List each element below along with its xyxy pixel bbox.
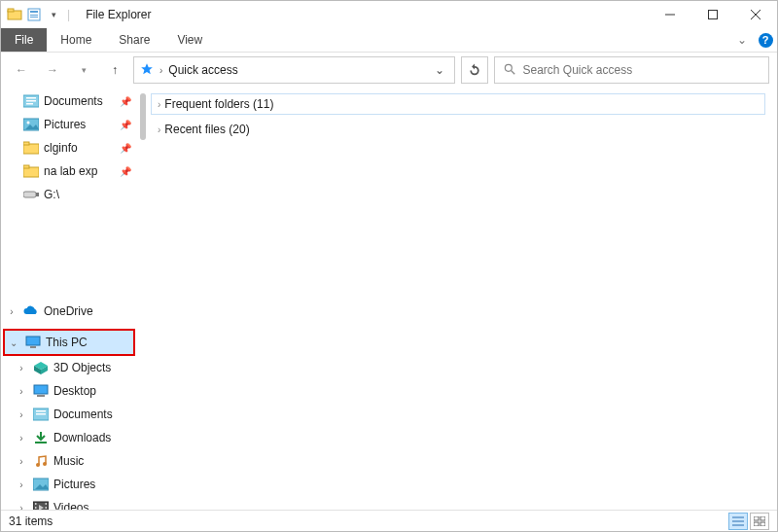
onedrive-icon bbox=[22, 303, 40, 319]
group-label: Recent files (20) bbox=[164, 123, 249, 136]
tab-view[interactable]: View bbox=[163, 28, 216, 52]
expand-icon[interactable]: › bbox=[15, 363, 28, 373]
videos-icon bbox=[32, 500, 50, 510]
ribbon-tabs: File Home Share View ⌄ ? bbox=[1, 28, 777, 53]
svg-rect-7 bbox=[709, 11, 718, 19]
body: Documents 📌 Pictures 📌 clginfo 📌 bbox=[1, 88, 777, 510]
up-button[interactable]: ↑ bbox=[102, 57, 127, 83]
ribbon-collapse-button[interactable]: ⌄ bbox=[730, 28, 754, 52]
tree-item-label: G:\ bbox=[44, 188, 59, 201]
address-bar[interactable]: › Quick access ⌄ bbox=[133, 56, 455, 84]
close-button[interactable] bbox=[734, 1, 777, 28]
usb-drive-icon bbox=[22, 187, 40, 202]
tree-item-clginfo[interactable]: clginfo 📌 bbox=[1, 136, 139, 160]
view-thumbnails-button[interactable] bbox=[750, 513, 769, 530]
tree-item-thispc[interactable]: ⌄ This PC bbox=[5, 331, 133, 354]
help-button[interactable]: ? bbox=[754, 28, 777, 52]
collapse-icon[interactable]: ⌄ bbox=[7, 337, 20, 348]
expand-icon[interactable]: › bbox=[15, 386, 28, 397]
status-bar: 31 items bbox=[1, 510, 777, 531]
downloads-icon bbox=[32, 430, 50, 445]
quick-access-icon bbox=[140, 62, 154, 79]
tree-item-nalabexp[interactable]: na lab exp 📌 bbox=[1, 160, 139, 183]
tree-item-label: na lab exp bbox=[44, 164, 97, 178]
svg-rect-53 bbox=[760, 516, 765, 520]
tab-file[interactable]: File bbox=[1, 28, 47, 52]
pane-splitter[interactable] bbox=[139, 88, 147, 510]
svg-rect-4 bbox=[30, 15, 38, 16]
svg-rect-55 bbox=[760, 522, 765, 526]
search-input[interactable] bbox=[522, 63, 760, 77]
qat-properties-icon[interactable] bbox=[26, 7, 42, 22]
tree-item-desktop[interactable]: › Desktop bbox=[1, 379, 139, 403]
breadcrumb-chevron-icon[interactable]: › bbox=[159, 65, 162, 76]
tree-item-label: Desktop bbox=[53, 384, 96, 398]
svg-rect-24 bbox=[23, 192, 36, 197]
tree-item-pictures-pinned[interactable]: Pictures 📌 bbox=[1, 113, 139, 136]
maximize-button[interactable] bbox=[691, 1, 734, 28]
app-icon bbox=[7, 7, 22, 22]
tree-item-pictures[interactable]: › Pictures bbox=[1, 473, 139, 496]
expand-icon[interactable]: › bbox=[15, 433, 28, 443]
pin-icon: 📌 bbox=[120, 143, 135, 154]
svg-rect-1 bbox=[8, 9, 14, 12]
svg-marker-10 bbox=[141, 63, 153, 74]
file-explorer-window: ▾ | File Explorer File Home Share View ⌄… bbox=[0, 0, 778, 532]
tree-item-music[interactable]: › Music bbox=[1, 449, 139, 473]
3dobjects-icon bbox=[32, 360, 50, 375]
tab-share[interactable]: Share bbox=[105, 28, 163, 52]
svg-rect-42 bbox=[35, 503, 37, 505]
svg-rect-23 bbox=[23, 165, 29, 168]
tree-item-label: Pictures bbox=[53, 478, 95, 491]
tree-item-label: 3D Objects bbox=[53, 361, 111, 374]
address-dropdown-icon[interactable]: ⌄ bbox=[431, 63, 448, 77]
group-recent-files[interactable]: › Recent files (20) bbox=[151, 119, 765, 140]
svg-rect-3 bbox=[30, 11, 38, 13]
svg-rect-43 bbox=[35, 507, 37, 509]
search-box[interactable] bbox=[494, 56, 769, 84]
address-path: Quick access bbox=[168, 63, 425, 77]
tree-item-videos[interactable]: › Videos bbox=[1, 496, 139, 510]
tree-item-onedrive[interactable]: › OneDrive bbox=[1, 300, 139, 323]
refresh-button[interactable] bbox=[461, 56, 488, 84]
folder-icon bbox=[22, 163, 40, 179]
svg-rect-32 bbox=[37, 395, 45, 397]
group-frequent-folders[interactable]: › Frequent folders (11) bbox=[151, 93, 765, 115]
minimize-button[interactable] bbox=[649, 1, 691, 28]
tree-item-gdrive[interactable]: G:\ bbox=[1, 183, 139, 206]
svg-point-38 bbox=[43, 462, 47, 466]
pin-icon: 📌 bbox=[120, 96, 135, 107]
back-button[interactable]: ← bbox=[9, 57, 34, 83]
pin-icon: 📌 bbox=[120, 166, 135, 177]
qat-dropdown-icon[interactable]: ▾ bbox=[46, 7, 61, 22]
expand-icon[interactable]: › bbox=[15, 503, 28, 511]
svg-point-11 bbox=[506, 64, 513, 71]
search-icon bbox=[503, 62, 516, 79]
svg-rect-21 bbox=[23, 142, 29, 145]
pictures-icon bbox=[32, 477, 50, 492]
expand-icon[interactable]: › bbox=[15, 409, 28, 420]
view-details-button[interactable] bbox=[728, 513, 748, 530]
folder-icon bbox=[22, 140, 40, 156]
tree-item-label: Downloads bbox=[53, 431, 111, 444]
tree-item-3dobjects[interactable]: › 3D Objects bbox=[1, 356, 139, 379]
svg-rect-16 bbox=[26, 103, 33, 105]
tree-item-documents-pinned[interactable]: Documents 📌 bbox=[1, 89, 139, 113]
titlebar: ▾ | File Explorer bbox=[1, 1, 777, 28]
documents-icon bbox=[32, 407, 50, 422]
expand-icon[interactable]: › bbox=[15, 479, 28, 490]
svg-point-37 bbox=[36, 463, 40, 467]
recent-locations-button[interactable]: ▾ bbox=[71, 57, 96, 83]
tree-item-downloads[interactable]: › Downloads bbox=[1, 426, 139, 449]
expand-icon[interactable]: › bbox=[5, 306, 18, 317]
expand-icon[interactable]: › bbox=[15, 456, 28, 467]
forward-button[interactable]: → bbox=[40, 57, 65, 83]
svg-rect-14 bbox=[26, 97, 36, 99]
tree-item-label: Documents bbox=[44, 94, 103, 108]
chevron-right-icon: › bbox=[158, 124, 160, 135]
tree-item-documents[interactable]: › Documents bbox=[1, 403, 139, 426]
scrollbar-thumb[interactable] bbox=[140, 93, 146, 140]
tab-home[interactable]: Home bbox=[47, 28, 105, 52]
svg-rect-25 bbox=[36, 193, 39, 196]
tree-item-label: clginfo bbox=[44, 141, 78, 155]
